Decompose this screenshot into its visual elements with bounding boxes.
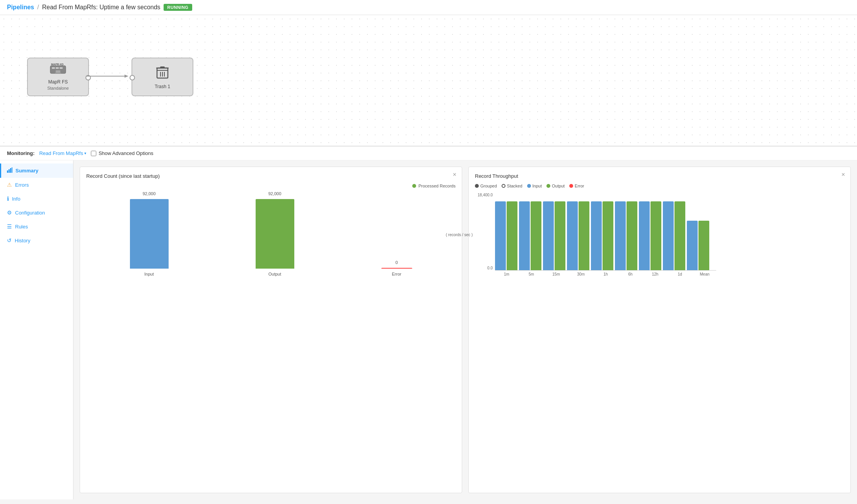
error-bar-group: 0 Error <box>381 260 412 276</box>
input-dot <box>527 184 531 188</box>
x-label-5m: 5m <box>520 272 543 276</box>
throughput-chart: × Record Throughput Grouped Stacked Inpu… <box>468 167 851 493</box>
y-bottom: 0.0 <box>475 266 493 270</box>
pipelines-link[interactable]: Pipelines <box>7 4 34 11</box>
svg-rect-3 <box>60 67 63 69</box>
input-connector <box>130 75 135 80</box>
tp-bar-6h-output <box>627 201 637 270</box>
output-label: Output <box>552 184 565 188</box>
grouped-label: Grouped <box>480 184 497 188</box>
svg-rect-19 <box>12 167 12 173</box>
tp-group-mean <box>687 221 709 270</box>
processed-records-dot <box>412 184 416 188</box>
throughput-title: Record Throughput <box>475 173 844 179</box>
error-dot <box>569 184 573 188</box>
x-label-6h: 6h <box>619 272 642 276</box>
x-label-30m: 30m <box>569 272 592 276</box>
record-count-chart: × Record Count (since last startup) Proc… <box>80 167 462 493</box>
tp-bar-30m-input <box>567 201 578 270</box>
sidebar: Summary ⚠ Errors ℹ Info ⚙ Configuration … <box>0 160 73 499</box>
node-mapr-fs[interactable]: MAPR·XD MapR FS Standalone <box>27 58 89 96</box>
svg-text:MAPR·XD: MAPR·XD <box>51 63 63 66</box>
record-count-close[interactable]: × <box>453 172 456 178</box>
legend-error: Error <box>569 184 584 188</box>
tp-group-1d <box>663 201 685 270</box>
processed-records-label: Processed Records <box>418 184 456 188</box>
throughput-legend: Grouped Stacked Input Output Error <box>475 184 844 188</box>
y-top: 18,400.0 <box>475 193 493 197</box>
throughput-close[interactable]: × <box>842 172 845 178</box>
x-label-1d: 1d <box>668 272 691 276</box>
error-bar-value: 0 <box>395 260 398 265</box>
tp-bar-1m-input <box>495 201 506 270</box>
record-count-legend: Processed Records <box>86 184 456 188</box>
info-icon: ℹ <box>7 196 9 202</box>
stacked-dot <box>502 184 505 188</box>
tp-bar-mean-input <box>687 221 698 270</box>
svg-rect-5 <box>56 70 60 73</box>
advanced-options-input[interactable] <box>91 151 96 156</box>
breadcrumb-separator: / <box>37 4 39 11</box>
sidebar-item-errors[interactable]: ⚠ Errors <box>0 178 73 192</box>
tp-bar-12h-input <box>639 201 650 270</box>
tp-group-15m <box>543 201 565 270</box>
error-label: Error <box>575 184 584 188</box>
monitoring-label: Monitoring: <box>7 150 34 156</box>
svg-rect-16 <box>7 170 8 173</box>
trash-node-label: Trash 1 <box>155 84 170 90</box>
input-label: Input <box>533 184 542 188</box>
config-label: Configuration <box>15 210 45 216</box>
sidebar-item-rules[interactable]: ☰ Rules <box>0 220 73 233</box>
summary-icon <box>7 167 12 174</box>
mapr-icon: MAPR·XD <box>49 63 67 78</box>
node-trash[interactable]: Trash 1 <box>131 58 193 96</box>
advanced-options-checkbox[interactable]: Show Advanced Options <box>91 150 154 156</box>
legend-stacked: Stacked <box>502 184 522 188</box>
tp-group-12h <box>639 201 661 270</box>
legend-input: Input <box>527 184 542 188</box>
output-bar <box>256 199 294 269</box>
summary-label: Summary <box>15 168 38 174</box>
page-title: Read From MapRfs: Uptime a few seconds <box>42 4 160 11</box>
sidebar-item-configuration[interactable]: ⚙ Configuration <box>0 206 73 220</box>
errors-label: Errors <box>15 182 29 188</box>
pipeline-canvas: MAPR·XD MapR FS Standalone <box>0 15 857 146</box>
svg-rect-2 <box>56 67 59 69</box>
tp-bar-1m-output <box>507 201 517 270</box>
info-label: Info <box>12 196 20 202</box>
input-bar-value: 92,000 <box>143 191 156 196</box>
y-axis: 18,400.0 0.0 <box>475 193 495 270</box>
input-bar <box>130 199 169 269</box>
tp-group-1m <box>495 201 517 270</box>
svg-rect-18 <box>10 168 11 173</box>
x-label-1h: 1h <box>594 272 617 276</box>
tp-group-6h <box>615 201 637 270</box>
x-axis-line <box>495 270 716 271</box>
tp-bar-5m-input <box>519 201 530 270</box>
rules-icon: ☰ <box>7 223 12 230</box>
tp-group-1h <box>591 201 613 270</box>
tp-bar-1h-input <box>591 201 602 270</box>
input-bar-group: 92,000 Input <box>130 191 169 276</box>
grouped-dot <box>475 184 479 188</box>
record-count-title: Record Count (since last startup) <box>86 173 456 179</box>
status-badge: RUNNING <box>164 4 193 11</box>
legend-output: Output <box>546 184 565 188</box>
error-bar-label: Error <box>392 272 401 276</box>
tp-bar-1d-output <box>674 201 685 270</box>
monitoring-dropdown[interactable]: Read From MapRfs <box>39 150 86 156</box>
output-dot <box>546 184 550 188</box>
chart-body: 1m 5m 15m 30m 1h 6h 12h 1d Mean <box>495 193 716 276</box>
sidebar-item-history[interactable]: ↺ History <box>0 233 73 247</box>
x-label-12h: 12h <box>644 272 667 276</box>
main-content: Summary ⚠ Errors ℹ Info ⚙ Configuration … <box>0 160 857 499</box>
stacked-label: Stacked <box>507 184 522 188</box>
x-axis-labels: 1m 5m 15m 30m 1h 6h 12h 1d Mean <box>495 272 716 276</box>
throughput-bars <box>495 193 716 270</box>
sidebar-item-info[interactable]: ℹ Info <box>0 192 73 206</box>
rules-label: Rules <box>15 224 28 230</box>
history-label: History <box>15 238 30 243</box>
sidebar-item-summary[interactable]: Summary <box>0 163 73 178</box>
tp-bar-12h-output <box>650 201 661 270</box>
tp-bar-1h-output <box>603 201 613 270</box>
